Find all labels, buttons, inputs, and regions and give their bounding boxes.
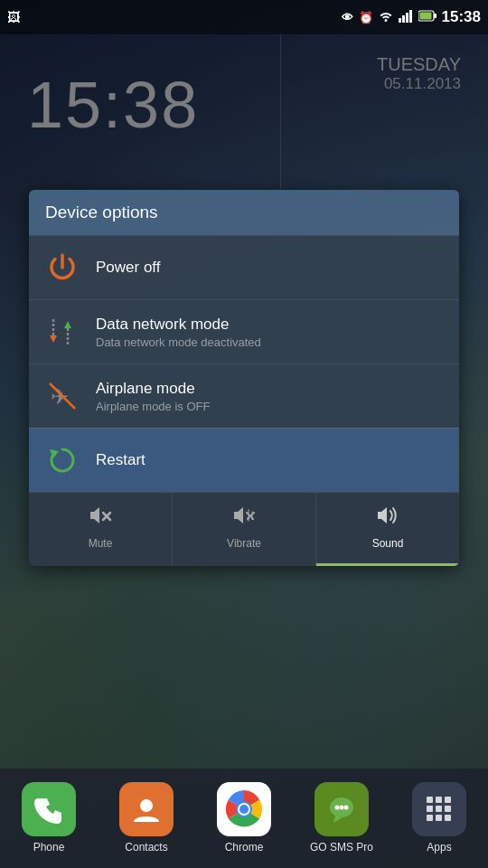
dock-item-chrome[interactable]: Chrome bbox=[203, 782, 285, 854]
svg-rect-37 bbox=[445, 815, 451, 821]
gosms-label: GO SMS Pro bbox=[310, 841, 373, 854]
sound-controls-bar: Mute Vibrate bbox=[29, 492, 459, 566]
airplane-mode-label: Airplane mode bbox=[96, 380, 210, 398]
contacts-label: Contacts bbox=[125, 841, 167, 854]
svg-rect-35 bbox=[427, 815, 433, 821]
svg-rect-3 bbox=[409, 10, 412, 23]
mute-icon bbox=[89, 504, 112, 533]
vibrate-label: Vibrate bbox=[227, 537, 261, 550]
sound-icon bbox=[376, 504, 399, 533]
bottom-dock: Phone Contacts bbox=[0, 769, 488, 868]
mute-label: Mute bbox=[89, 537, 113, 550]
dock-item-gosms[interactable]: GO SMS Pro bbox=[301, 782, 382, 854]
svg-rect-33 bbox=[436, 806, 442, 812]
svg-rect-30 bbox=[436, 797, 442, 803]
signal-icon bbox=[399, 10, 413, 25]
svg-rect-5 bbox=[434, 14, 436, 18]
power-off-label: Power off bbox=[96, 259, 161, 277]
svg-marker-10 bbox=[64, 321, 71, 328]
sound-label: Sound bbox=[372, 537, 404, 550]
svg-rect-1 bbox=[402, 15, 405, 23]
status-bar: 🖼 👁 ⏰ 15:38 bbox=[0, 0, 488, 34]
phone-icon bbox=[22, 782, 76, 836]
svg-rect-6 bbox=[419, 13, 431, 20]
svg-rect-34 bbox=[445, 806, 451, 812]
status-time: 15:38 bbox=[442, 8, 481, 26]
power-off-item[interactable]: Power off bbox=[29, 235, 459, 299]
restart-icon bbox=[43, 441, 81, 479]
status-left-icons: 🖼 bbox=[7, 10, 20, 24]
svg-point-26 bbox=[335, 805, 340, 809]
svg-rect-18 bbox=[248, 509, 249, 522]
status-right-area: 👁 ⏰ 15:38 bbox=[342, 8, 481, 26]
eye-icon: 👁 bbox=[342, 11, 353, 24]
svg-rect-19 bbox=[251, 511, 253, 520]
image-icon: 🖼 bbox=[7, 10, 20, 24]
svg-point-28 bbox=[344, 805, 349, 809]
airplane-mode-text: Airplane mode Airplane mode is OFF bbox=[96, 380, 210, 413]
svg-point-20 bbox=[140, 799, 153, 812]
apps-icon bbox=[412, 782, 466, 836]
data-network-icon bbox=[43, 313, 81, 351]
data-network-sublabel: Data network mode deactivated bbox=[96, 335, 261, 349]
restart-text: Restart bbox=[96, 451, 145, 469]
dialog-title: Device options bbox=[29, 190, 459, 235]
data-network-label: Data network mode bbox=[96, 316, 261, 334]
mute-indicator bbox=[29, 563, 172, 566]
svg-point-24 bbox=[239, 805, 249, 814]
battery-icon bbox=[418, 10, 436, 24]
vibrate-indicator bbox=[173, 563, 315, 566]
gosms-icon bbox=[314, 782, 369, 836]
svg-point-27 bbox=[340, 805, 344, 809]
svg-rect-0 bbox=[399, 18, 401, 23]
svg-marker-8 bbox=[50, 335, 57, 343]
restart-item[interactable]: Restart bbox=[29, 428, 459, 492]
restart-label: Restart bbox=[96, 451, 145, 469]
vibrate-icon bbox=[232, 504, 256, 533]
svg-rect-32 bbox=[427, 806, 433, 812]
phone-label: Phone bbox=[33, 841, 65, 854]
chrome-icon bbox=[217, 782, 271, 836]
wifi-icon bbox=[379, 10, 393, 24]
data-network-text: Data network mode Data network mode deac… bbox=[96, 316, 261, 349]
data-network-item[interactable]: Data network mode Data network mode deac… bbox=[29, 299, 459, 363]
dock-item-apps[interactable]: Apps bbox=[399, 782, 480, 854]
apps-label: Apps bbox=[427, 841, 451, 854]
sound-button[interactable]: Sound bbox=[316, 493, 459, 566]
svg-rect-31 bbox=[445, 797, 451, 803]
vibrate-button[interactable]: Vibrate bbox=[173, 493, 316, 566]
airplane-mode-sublabel: Airplane mode is OFF bbox=[96, 400, 210, 413]
dock-item-contacts[interactable]: Contacts bbox=[106, 782, 187, 854]
power-off-text: Power off bbox=[96, 259, 161, 277]
power-icon bbox=[43, 249, 81, 287]
airplane-icon: ✈ bbox=[43, 377, 81, 415]
svg-rect-36 bbox=[436, 815, 442, 821]
contacts-icon bbox=[119, 782, 174, 836]
sound-indicator bbox=[316, 563, 459, 566]
chrome-label: Chrome bbox=[225, 841, 264, 854]
dock-item-phone[interactable]: Phone bbox=[8, 782, 89, 854]
mute-button[interactable]: Mute bbox=[29, 493, 173, 566]
svg-rect-29 bbox=[427, 797, 433, 803]
airplane-mode-item[interactable]: ✈ Airplane mode Airplane mode is OFF bbox=[29, 363, 459, 428]
svg-rect-2 bbox=[406, 13, 408, 23]
alarm-icon: ⏰ bbox=[359, 11, 373, 24]
device-options-dialog: Device options Power off Data network mo… bbox=[29, 190, 459, 566]
